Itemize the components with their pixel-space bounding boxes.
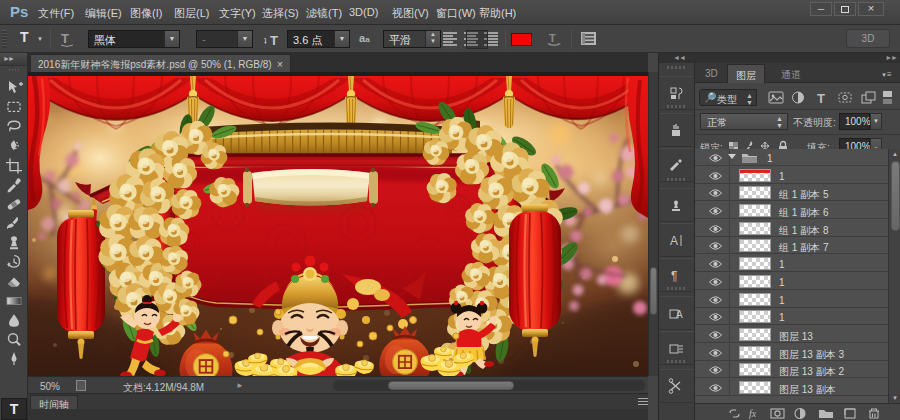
svg-text:fx: fx (749, 408, 757, 419)
svg-text:A: A (670, 234, 678, 248)
svg-text:T: T (270, 33, 278, 47)
svg-text:T: T (549, 32, 556, 44)
svg-text:ʇ: ʇ (264, 36, 267, 46)
svg-text:A: A (676, 309, 683, 320)
svg-text:¶: ¶ (671, 269, 677, 283)
svg-text:T: T (61, 31, 69, 46)
svg-text:T: T (817, 91, 825, 106)
